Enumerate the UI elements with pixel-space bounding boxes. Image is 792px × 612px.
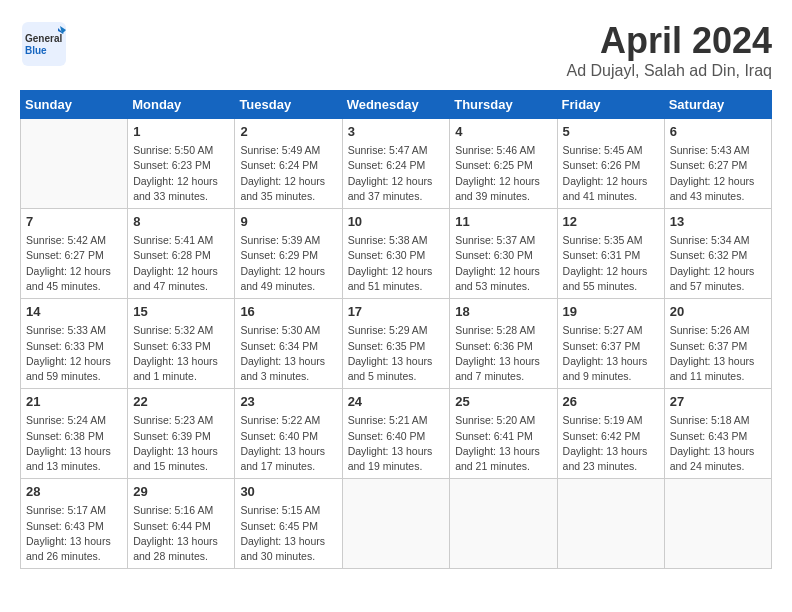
day-info: Sunrise: 5:23 AMSunset: 6:39 PMDaylight:… (133, 413, 229, 474)
day-info: Sunrise: 5:33 AMSunset: 6:33 PMDaylight:… (26, 323, 122, 384)
calendar-week-row: 14Sunrise: 5:33 AMSunset: 6:33 PMDayligh… (21, 299, 772, 389)
day-number: 5 (563, 123, 659, 141)
header: General Blue April 2024 Ad Dujayl, Salah… (20, 20, 772, 80)
day-number: 30 (240, 483, 336, 501)
table-row: 30Sunrise: 5:15 AMSunset: 6:45 PMDayligh… (235, 479, 342, 569)
day-info: Sunrise: 5:43 AMSunset: 6:27 PMDaylight:… (670, 143, 766, 204)
table-row: 16Sunrise: 5:30 AMSunset: 6:34 PMDayligh… (235, 299, 342, 389)
svg-rect-0 (22, 22, 66, 66)
table-row: 2Sunrise: 5:49 AMSunset: 6:24 PMDaylight… (235, 119, 342, 209)
day-info: Sunrise: 5:21 AMSunset: 6:40 PMDaylight:… (348, 413, 445, 474)
table-row: 25Sunrise: 5:20 AMSunset: 6:41 PMDayligh… (450, 389, 557, 479)
logo-icon: General Blue (20, 20, 68, 68)
day-number: 28 (26, 483, 122, 501)
table-row: 24Sunrise: 5:21 AMSunset: 6:40 PMDayligh… (342, 389, 450, 479)
day-number: 29 (133, 483, 229, 501)
table-row (342, 479, 450, 569)
day-number: 1 (133, 123, 229, 141)
table-row: 17Sunrise: 5:29 AMSunset: 6:35 PMDayligh… (342, 299, 450, 389)
day-number: 9 (240, 213, 336, 231)
col-sunday: Sunday (21, 91, 128, 119)
table-row: 4Sunrise: 5:46 AMSunset: 6:25 PMDaylight… (450, 119, 557, 209)
day-info: Sunrise: 5:35 AMSunset: 6:31 PMDaylight:… (563, 233, 659, 294)
calendar-week-row: 28Sunrise: 5:17 AMSunset: 6:43 PMDayligh… (21, 479, 772, 569)
table-row: 18Sunrise: 5:28 AMSunset: 6:36 PMDayligh… (450, 299, 557, 389)
table-row: 27Sunrise: 5:18 AMSunset: 6:43 PMDayligh… (664, 389, 771, 479)
day-info: Sunrise: 5:19 AMSunset: 6:42 PMDaylight:… (563, 413, 659, 474)
table-row (21, 119, 128, 209)
day-number: 10 (348, 213, 445, 231)
logo: General Blue (20, 20, 68, 68)
table-row: 23Sunrise: 5:22 AMSunset: 6:40 PMDayligh… (235, 389, 342, 479)
day-info: Sunrise: 5:30 AMSunset: 6:34 PMDaylight:… (240, 323, 336, 384)
day-number: 12 (563, 213, 659, 231)
table-row: 19Sunrise: 5:27 AMSunset: 6:37 PMDayligh… (557, 299, 664, 389)
day-info: Sunrise: 5:38 AMSunset: 6:30 PMDaylight:… (348, 233, 445, 294)
day-number: 16 (240, 303, 336, 321)
day-number: 18 (455, 303, 551, 321)
day-number: 24 (348, 393, 445, 411)
day-number: 26 (563, 393, 659, 411)
table-row: 5Sunrise: 5:45 AMSunset: 6:26 PMDaylight… (557, 119, 664, 209)
table-row: 3Sunrise: 5:47 AMSunset: 6:24 PMDaylight… (342, 119, 450, 209)
day-number: 8 (133, 213, 229, 231)
day-number: 25 (455, 393, 551, 411)
day-info: Sunrise: 5:45 AMSunset: 6:26 PMDaylight:… (563, 143, 659, 204)
day-info: Sunrise: 5:17 AMSunset: 6:43 PMDaylight:… (26, 503, 122, 564)
day-number: 17 (348, 303, 445, 321)
day-number: 20 (670, 303, 766, 321)
table-row: 7Sunrise: 5:42 AMSunset: 6:27 PMDaylight… (21, 209, 128, 299)
col-saturday: Saturday (664, 91, 771, 119)
day-number: 27 (670, 393, 766, 411)
table-row (664, 479, 771, 569)
table-row: 12Sunrise: 5:35 AMSunset: 6:31 PMDayligh… (557, 209, 664, 299)
col-friday: Friday (557, 91, 664, 119)
table-row: 26Sunrise: 5:19 AMSunset: 6:42 PMDayligh… (557, 389, 664, 479)
table-row (450, 479, 557, 569)
day-info: Sunrise: 5:49 AMSunset: 6:24 PMDaylight:… (240, 143, 336, 204)
day-number: 6 (670, 123, 766, 141)
day-info: Sunrise: 5:42 AMSunset: 6:27 PMDaylight:… (26, 233, 122, 294)
table-row: 28Sunrise: 5:17 AMSunset: 6:43 PMDayligh… (21, 479, 128, 569)
table-row: 8Sunrise: 5:41 AMSunset: 6:28 PMDaylight… (128, 209, 235, 299)
day-info: Sunrise: 5:24 AMSunset: 6:38 PMDaylight:… (26, 413, 122, 474)
table-row: 6Sunrise: 5:43 AMSunset: 6:27 PMDaylight… (664, 119, 771, 209)
day-number: 19 (563, 303, 659, 321)
calendar-week-row: 7Sunrise: 5:42 AMSunset: 6:27 PMDaylight… (21, 209, 772, 299)
calendar: Sunday Monday Tuesday Wednesday Thursday… (20, 90, 772, 569)
table-row: 21Sunrise: 5:24 AMSunset: 6:38 PMDayligh… (21, 389, 128, 479)
page-subtitle: Ad Dujayl, Salah ad Din, Iraq (567, 62, 772, 80)
svg-text:General: General (25, 33, 62, 44)
day-number: 11 (455, 213, 551, 231)
svg-text:Blue: Blue (25, 45, 47, 56)
table-row: 29Sunrise: 5:16 AMSunset: 6:44 PMDayligh… (128, 479, 235, 569)
day-number: 2 (240, 123, 336, 141)
day-number: 14 (26, 303, 122, 321)
table-row: 1Sunrise: 5:50 AMSunset: 6:23 PMDaylight… (128, 119, 235, 209)
page-title: April 2024 (567, 20, 772, 62)
table-row (557, 479, 664, 569)
title-area: April 2024 Ad Dujayl, Salah ad Din, Iraq (567, 20, 772, 80)
day-number: 7 (26, 213, 122, 231)
table-row: 14Sunrise: 5:33 AMSunset: 6:33 PMDayligh… (21, 299, 128, 389)
day-info: Sunrise: 5:16 AMSunset: 6:44 PMDaylight:… (133, 503, 229, 564)
table-row: 20Sunrise: 5:26 AMSunset: 6:37 PMDayligh… (664, 299, 771, 389)
day-info: Sunrise: 5:26 AMSunset: 6:37 PMDaylight:… (670, 323, 766, 384)
col-wednesday: Wednesday (342, 91, 450, 119)
day-info: Sunrise: 5:15 AMSunset: 6:45 PMDaylight:… (240, 503, 336, 564)
day-number: 3 (348, 123, 445, 141)
col-tuesday: Tuesday (235, 91, 342, 119)
day-number: 13 (670, 213, 766, 231)
day-info: Sunrise: 5:32 AMSunset: 6:33 PMDaylight:… (133, 323, 229, 384)
calendar-header-row: Sunday Monday Tuesday Wednesday Thursday… (21, 91, 772, 119)
table-row: 22Sunrise: 5:23 AMSunset: 6:39 PMDayligh… (128, 389, 235, 479)
day-info: Sunrise: 5:29 AMSunset: 6:35 PMDaylight:… (348, 323, 445, 384)
table-row: 11Sunrise: 5:37 AMSunset: 6:30 PMDayligh… (450, 209, 557, 299)
day-number: 21 (26, 393, 122, 411)
day-info: Sunrise: 5:39 AMSunset: 6:29 PMDaylight:… (240, 233, 336, 294)
table-row: 15Sunrise: 5:32 AMSunset: 6:33 PMDayligh… (128, 299, 235, 389)
table-row: 10Sunrise: 5:38 AMSunset: 6:30 PMDayligh… (342, 209, 450, 299)
day-info: Sunrise: 5:37 AMSunset: 6:30 PMDaylight:… (455, 233, 551, 294)
day-number: 15 (133, 303, 229, 321)
calendar-week-row: 21Sunrise: 5:24 AMSunset: 6:38 PMDayligh… (21, 389, 772, 479)
